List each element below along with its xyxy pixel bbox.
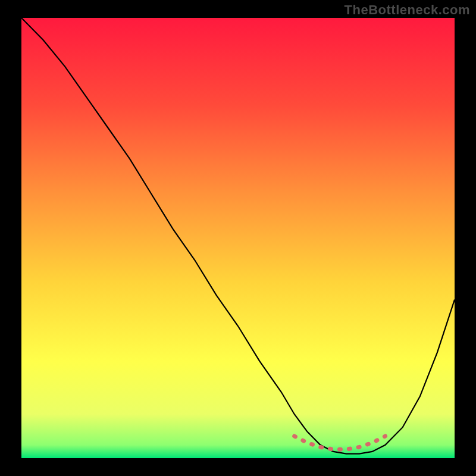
watermark-text: TheBottleneck.com (345, 2, 470, 18)
gradient-background (21, 18, 455, 458)
plot-area (21, 18, 455, 458)
chart-svg (21, 18, 455, 458)
chart-frame: TheBottleneck.com (0, 0, 476, 476)
